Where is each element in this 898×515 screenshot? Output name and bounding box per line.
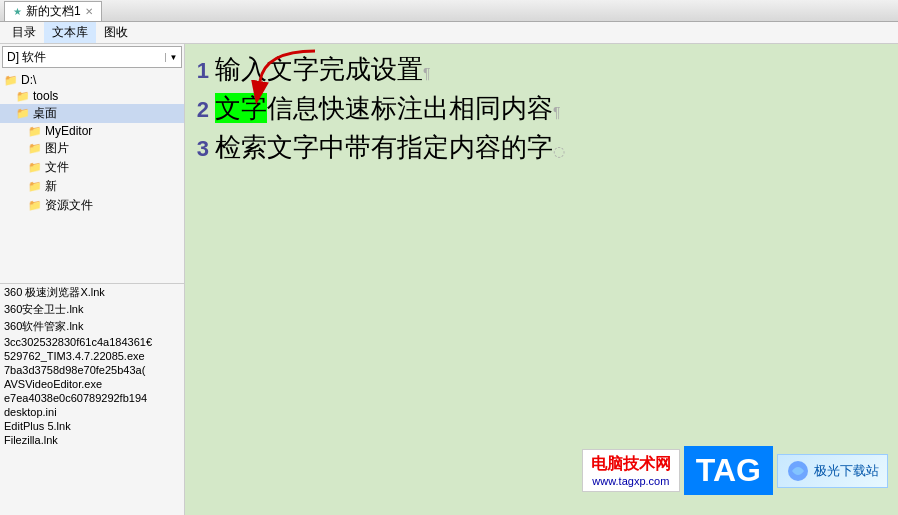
tree-item-label: 文件 [45,159,69,176]
tab-title: 新的文档1 [26,3,81,20]
brand-site-label: 极光下载站 [814,462,879,480]
file-tree: 📁 D:\ 📁 tools 📁 桌面 📁 MyEditor [0,70,184,217]
tree-item-tools[interactable]: 📁 tools [0,88,184,104]
list-item[interactable]: 7ba3d3758d98e70fe25b43a( [0,363,184,377]
folder-icon: 📁 [4,74,18,87]
folder-icon: 📁 [16,107,30,120]
line-end-marker-3: ◌ [553,143,565,159]
list-item[interactable]: AVSVideoEditor.exe [0,377,184,391]
list-item[interactable]: Filezilla.lnk [0,433,184,447]
brand-title: 电脑技术网 [591,454,671,475]
tree-item-desktop[interactable]: 📁 桌面 [0,104,184,123]
list-item[interactable]: 360软件管家.lnk [0,318,184,335]
menu-item-collect[interactable]: 图收 [96,22,136,43]
drive-dropdown[interactable]: D] 软件 ▼ [2,46,182,68]
tree-item-drive[interactable]: 📁 D:\ [0,72,184,88]
folder-icon: 📁 [16,90,30,103]
editor-line-1: 1 输入文字完成设置¶ [185,52,890,87]
list-item[interactable]: 529762_TIM3.4.7.22085.exe [0,349,184,363]
line-text-1: 输入文字完成设置 [215,54,423,84]
folder-icon: 📁 [28,125,42,138]
list-item[interactable]: 360安全卫士.lnk [0,301,184,318]
line-end-marker-1: ¶ [423,65,431,81]
new-doc-icon: ★ [13,6,22,17]
folder-icon: 📁 [28,199,42,212]
branding-overlay: 电脑技术网 www.tagxp.com TAG 极光下载站 [582,446,888,495]
list-item[interactable]: e7ea4038e0c60789292fb194 [0,391,184,405]
document-tab[interactable]: ★ 新的文档1 ✕ [4,1,102,21]
line-number-2: 2 [185,97,215,123]
list-item[interactable]: 360 极速浏览器X.lnk [0,284,184,301]
line-content-1: 输入文字完成设置¶ [215,52,431,87]
menu-item-textlib[interactable]: 文本库 [44,22,96,43]
dropdown-arrow-icon[interactable]: ▼ [165,53,181,62]
brand-right: 极光下载站 [777,454,888,488]
brand-url: www.tagxp.com [591,475,671,487]
tree-item-label: MyEditor [45,124,92,138]
file-list-section: 360 极速浏览器X.lnk 360安全卫士.lnk 360软件管家.lnk 3… [0,284,184,515]
folder-icon: 📁 [28,161,42,174]
line-number-3: 3 [185,136,215,162]
tree-item-myeditor[interactable]: 📁 MyEditor [0,123,184,139]
editor-panel[interactable]: 1 输入文字完成设置¶ 2 文字信息快速标注出相同内容¶ 3 检索文字中带有指定… [185,44,898,515]
menu-bar: 目录 文本库 图收 [0,22,898,44]
line-content-3: 检索文字中带有指定内容的字◌ [215,130,565,165]
editor-line-2: 2 文字信息快速标注出相同内容¶ [185,91,890,126]
aurora-icon [786,459,810,483]
line-text-2-suffix: 信息快速标注出相同内容 [267,93,553,123]
brand-info: 电脑技术网 www.tagxp.com [582,449,680,492]
file-tree-section: D] 软件 ▼ 📁 D:\ 📁 tools 📁 桌面 [0,44,184,284]
brand-tag: TAG [684,446,773,495]
list-item[interactable]: EditPlus 5.lnk [0,419,184,433]
folder-icon: 📁 [28,142,42,155]
list-item[interactable]: 3cc302532830f61c4a184361€ [0,335,184,349]
line-end-marker-2: ¶ [553,104,561,120]
title-bar: ★ 新的文档1 ✕ [0,0,898,22]
editor-line-3: 3 检索文字中带有指定内容的字◌ [185,130,890,165]
highlighted-text: 文字 [215,93,267,123]
tree-item-label: 桌面 [33,105,57,122]
line-content-2: 文字信息快速标注出相同内容¶ [215,91,561,126]
tree-item-label: tools [33,89,58,103]
tree-item-images[interactable]: 📁 图片 [0,139,184,158]
drive-label: D] 软件 [3,49,165,66]
menu-item-directory[interactable]: 目录 [4,22,44,43]
line-text-3: 检索文字中带有指定内容的字 [215,132,553,162]
tab-close-button[interactable]: ✕ [85,6,93,17]
file-list-scroll[interactable]: 360 极速浏览器X.lnk 360安全卫士.lnk 360软件管家.lnk 3… [0,284,184,515]
tree-item-resources[interactable]: 📁 资源文件 [0,196,184,215]
folder-icon: 📁 [28,180,42,193]
main-layout: D] 软件 ▼ 📁 D:\ 📁 tools 📁 桌面 [0,44,898,515]
tree-item-new[interactable]: 📁 新 [0,177,184,196]
left-panel: D] 软件 ▼ 📁 D:\ 📁 tools 📁 桌面 [0,44,185,515]
list-item[interactable]: desktop.ini [0,405,184,419]
tree-item-files[interactable]: 📁 文件 [0,158,184,177]
tree-item-label: 新 [45,178,57,195]
editor-content: 1 输入文字完成设置¶ 2 文字信息快速标注出相同内容¶ 3 检索文字中带有指定… [185,44,898,515]
tree-item-label: 资源文件 [45,197,93,214]
tree-item-label: 图片 [45,140,69,157]
tree-item-label: D:\ [21,73,36,87]
line-number-1: 1 [185,58,215,84]
